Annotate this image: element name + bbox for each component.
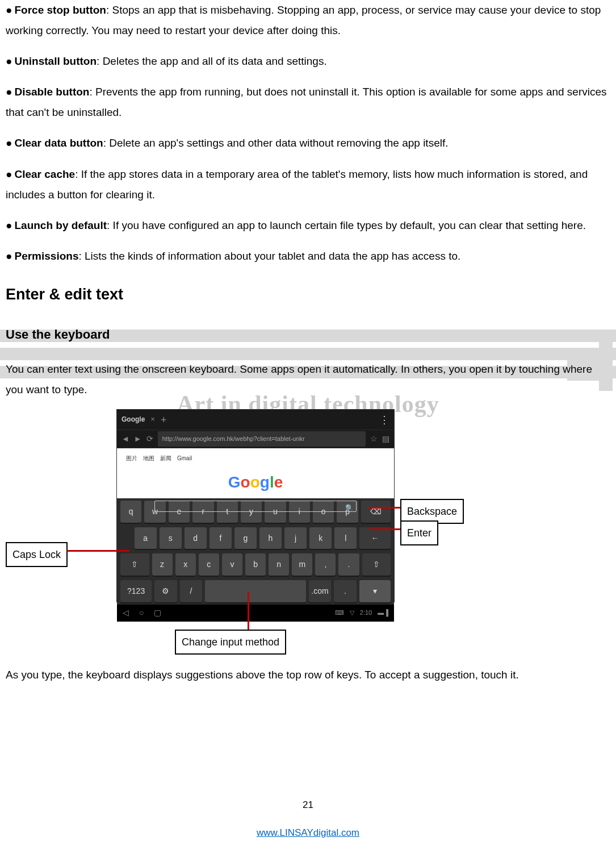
callout-line xyxy=(369,528,400,530)
bullet-item: ●Clear data button: Delete an app's sett… xyxy=(6,133,610,153)
key-h[interactable]: h xyxy=(259,527,282,549)
bullet-item: ●Uninstall button: Deletes the app and a… xyxy=(6,51,610,72)
callout-capslock: Caps Lock xyxy=(6,542,68,567)
key-s[interactable]: s xyxy=(160,527,182,549)
system-nav-bar: ◁ ○ ▢ ⌨ ▽ 2:10 ▬▐ xyxy=(117,605,394,622)
browser-tab-bar: Google × + ⋮ xyxy=(117,410,394,430)
key-d[interactable]: d xyxy=(185,527,207,549)
refresh-icon[interactable]: ⟳ xyxy=(146,431,153,447)
key-m[interactable]: m xyxy=(292,553,312,576)
callout-line xyxy=(248,592,249,630)
new-tab-icon[interactable]: + xyxy=(161,410,167,430)
forward-icon[interactable]: ► xyxy=(134,431,142,447)
callout-line xyxy=(369,507,400,509)
page-footer: 21 www.LINSAYdigital.com xyxy=(0,796,616,843)
outro-paragraph: As you type, the keyboard displays sugge… xyxy=(6,665,610,685)
bullet-item: ●Force stop button: Stops an app that is… xyxy=(6,0,610,41)
wifi-icon: ▬▐ xyxy=(378,607,388,619)
gbar-link[interactable]: Gmail xyxy=(177,453,192,464)
tablet-screenshot: Google × + ⋮ ◄ ► ⟳ http://www.google.com… xyxy=(116,409,395,602)
page-number: 21 xyxy=(0,796,616,814)
bullet-item: ●Clear cache: If the app stores data in … xyxy=(6,164,610,205)
gbar-link[interactable]: 图片 xyxy=(126,453,137,464)
key-slash[interactable]: / xyxy=(180,580,202,602)
key-comma[interactable]: , xyxy=(315,553,336,576)
key-z[interactable]: z xyxy=(152,553,173,576)
key-symbols[interactable]: ?123 xyxy=(120,580,152,602)
recent-nav-icon[interactable]: ▢ xyxy=(154,605,161,620)
key-q[interactable]: q xyxy=(120,501,141,523)
bullet-list: ●Force stop button: Stops an app that is… xyxy=(6,0,610,266)
bullet-item: ●Permissions: Lists the kinds of informa… xyxy=(6,246,610,266)
callout-line xyxy=(67,550,129,552)
key-k[interactable]: k xyxy=(309,527,332,549)
callout-change-input: Change input method xyxy=(175,630,286,655)
tab-label[interactable]: Google xyxy=(121,413,145,426)
sub-title: Use the keyboard xyxy=(6,323,610,347)
url-bar: ◄ ► ⟳ http://www.google.com.hk/webhp?cli… xyxy=(117,430,394,448)
home-nav-icon[interactable]: ○ xyxy=(139,605,144,620)
key-shift-right[interactable]: ⇧ xyxy=(362,553,391,576)
key-com[interactable]: .com xyxy=(309,580,331,602)
input-method-icon[interactable]: ⌨ xyxy=(335,607,344,619)
key-l[interactable]: l xyxy=(334,527,357,549)
key-space[interactable] xyxy=(205,580,306,602)
bookmark-icon[interactable]: ☆ xyxy=(370,431,378,447)
key-a[interactable]: a xyxy=(135,527,157,549)
key-v[interactable]: v xyxy=(222,553,242,576)
section-title: Enter & edit text xyxy=(6,280,610,309)
key-enter[interactable]: ← xyxy=(359,527,391,549)
key-dot2[interactable]: . xyxy=(334,580,356,602)
bullet-item: ●Disable button: Prevents the app from r… xyxy=(6,82,610,123)
key-b[interactable]: b xyxy=(245,553,266,576)
gbar-link[interactable]: 地图 xyxy=(143,453,154,464)
back-icon[interactable]: ◄ xyxy=(121,431,129,447)
key-f[interactable]: f xyxy=(209,527,232,549)
page-content: 图片 地图 新闻 Gmail Google xyxy=(117,448,394,498)
key-backspace[interactable]: ⌫ xyxy=(361,501,391,523)
key-g[interactable]: g xyxy=(234,527,257,549)
footer-link[interactable]: www.LINSAYdigital.com xyxy=(257,827,359,838)
key-x[interactable]: x xyxy=(175,553,196,576)
back-nav-icon[interactable]: ◁ xyxy=(123,605,129,620)
key-shift[interactable]: ⇧ xyxy=(120,553,149,576)
menu-icon[interactable]: ⋮ xyxy=(379,410,389,430)
key-n[interactable]: n xyxy=(269,553,289,576)
close-tab-icon[interactable]: × xyxy=(150,413,155,427)
url-input[interactable]: http://www.google.com.hk/webhp?client=ta… xyxy=(158,431,366,447)
key-c[interactable]: c xyxy=(199,553,219,576)
google-logo: Google xyxy=(126,467,385,497)
keyboard-figure: Google × + ⋮ ◄ ► ⟳ http://www.google.com… xyxy=(6,409,610,659)
key-dot[interactable]: . xyxy=(338,553,359,576)
gbar-link[interactable]: 新闻 xyxy=(160,453,171,464)
clock-label: 2:10 xyxy=(360,607,372,619)
key-settings[interactable]: ⚙ xyxy=(154,580,177,602)
search-input[interactable] xyxy=(154,501,357,512)
bullet-item: ●Launch by default: If you have configur… xyxy=(6,215,610,236)
callout-enter: Enter xyxy=(400,520,438,545)
google-bar: 图片 地图 新闻 Gmail xyxy=(126,453,385,464)
key-hide[interactable]: ▾ xyxy=(359,580,391,602)
intro-paragraph: You can enter text using the onscreen ke… xyxy=(6,359,610,400)
bookmarks-icon[interactable]: ▤ xyxy=(382,431,389,447)
key-j[interactable]: j xyxy=(284,527,307,549)
